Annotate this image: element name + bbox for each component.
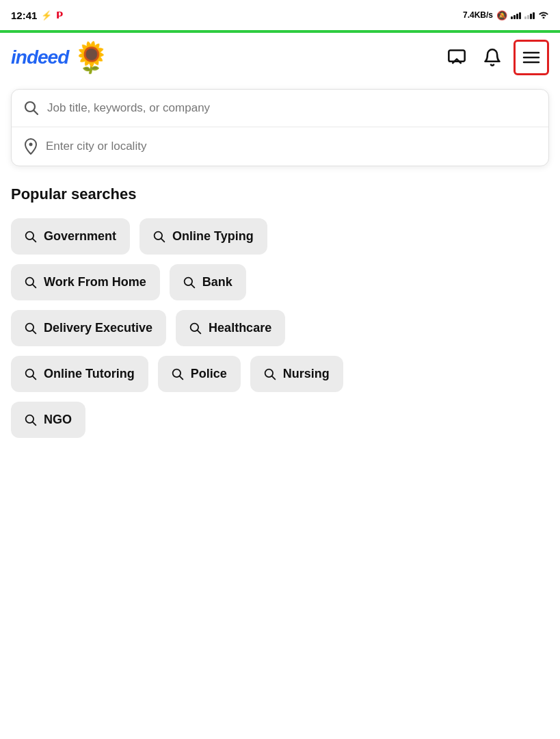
popular-searches-title: Popular searches — [11, 185, 549, 203]
network-speed: 7.4KB/s — [463, 10, 493, 20]
search-icon — [189, 322, 202, 335]
svg-line-24 — [272, 376, 276, 379]
search-icon — [172, 368, 184, 380]
wifi-icon — [538, 10, 549, 21]
header-actions — [442, 40, 549, 75]
chips-row-2: Work From Home Bank — [11, 264, 549, 300]
chat-button[interactable] — [442, 43, 471, 72]
job-search-input[interactable] — [47, 101, 536, 115]
battery-icon: ⚡ — [41, 10, 52, 21]
signal-bars-2 — [524, 11, 535, 19]
search-icon — [264, 368, 276, 380]
search-icon — [25, 276, 37, 289]
svg-line-10 — [161, 238, 165, 242]
search-icon — [25, 322, 37, 335]
search-container — [11, 89, 549, 166]
chips-row-1: Government Online Typing — [11, 218, 549, 255]
status-right-icons: 7.4KB/s 🔕 — [463, 10, 549, 21]
status-time: 12:41 ⚡ 𝗣 — [11, 10, 63, 21]
location-icon — [24, 138, 38, 155]
hamburger-menu-button[interactable] — [514, 40, 549, 75]
svg-line-12 — [33, 284, 36, 287]
chip-online-tutoring[interactable]: Online Tutoring — [11, 356, 148, 392]
svg-line-8 — [33, 238, 36, 242]
svg-line-22 — [180, 376, 183, 379]
signal-bars-1 — [511, 11, 521, 19]
chips-row-5: NGO — [11, 402, 549, 438]
chip-work-from-home[interactable]: Work From Home — [11, 264, 160, 300]
mute-icon: 🔕 — [496, 10, 507, 21]
location-search-input[interactable] — [46, 140, 536, 153]
svg-point-6 — [29, 143, 33, 146]
chip-government[interactable]: Government — [11, 218, 130, 255]
search-icon — [183, 276, 196, 289]
job-search-row — [12, 90, 548, 127]
svg-line-5 — [34, 111, 38, 115]
svg-line-14 — [191, 284, 195, 287]
chip-online-typing[interactable]: Online Typing — [139, 218, 267, 255]
search-icon — [25, 231, 37, 243]
chip-nursing[interactable]: Nursing — [250, 356, 343, 392]
search-icon — [24, 101, 39, 116]
chip-police[interactable]: Police — [158, 356, 241, 392]
chip-delivery-executive[interactable]: Delivery Executive — [11, 310, 166, 346]
chip-ngo[interactable]: NGO — [11, 402, 85, 438]
logo-area: indeed 🌻 — [11, 42, 110, 73]
svg-line-26 — [33, 422, 36, 425]
chip-healthcare[interactable]: Healthcare — [176, 310, 285, 346]
sunflower-emoji: 🌻 — [72, 42, 110, 73]
status-bar: 12:41 ⚡ 𝗣 7.4KB/s 🔕 — [0, 0, 560, 30]
chips-row-3: Delivery Executive Healthcare — [11, 310, 549, 346]
chips-row-4: Online Tutoring Police Nursing — [11, 356, 549, 392]
search-icon — [25, 368, 37, 380]
app-header: indeed 🌻 — [0, 33, 560, 82]
pinterest-icon: 𝗣 — [56, 10, 63, 21]
notification-button[interactable] — [478, 43, 507, 72]
chips-grid: Government Online Typing Work From Home — [11, 218, 549, 438]
search-icon — [25, 414, 37, 426]
svg-line-18 — [198, 330, 201, 333]
chip-bank[interactable]: Bank — [170, 264, 246, 300]
search-icon — [153, 231, 165, 243]
indeed-logo: indeed — [11, 47, 68, 68]
svg-line-16 — [33, 330, 36, 333]
popular-searches-section: Popular searches Government Online Typin… — [0, 166, 560, 449]
svg-line-20 — [33, 376, 36, 379]
location-search-row — [12, 127, 548, 166]
